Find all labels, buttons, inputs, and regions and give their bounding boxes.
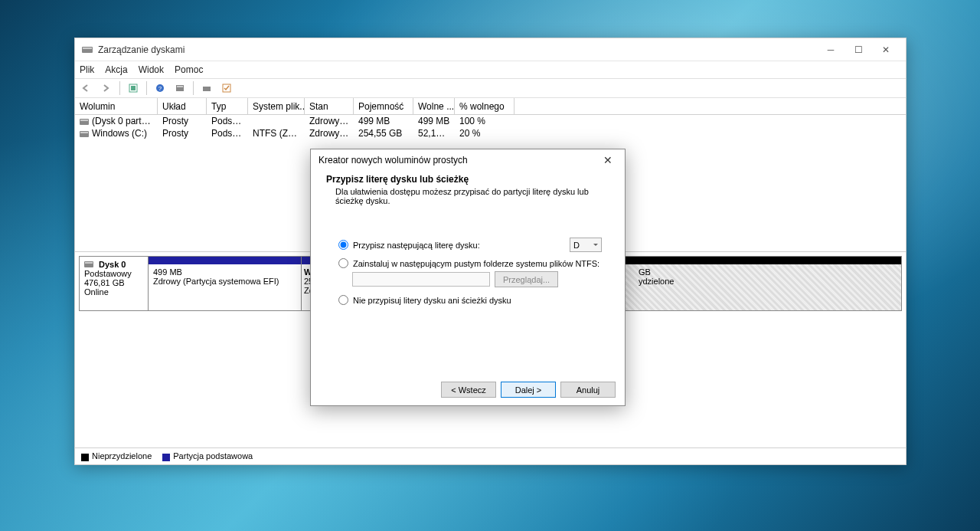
drive-letter-select[interactable]: D	[570, 238, 602, 252]
col-type[interactable]: Typ	[207, 98, 248, 114]
svg-rect-1	[83, 48, 92, 49]
label-no-letter: Nie przypisuj litery dysku ani ścieżki d…	[353, 296, 602, 305]
col-capacity[interactable]: Pojemność	[354, 98, 413, 114]
menubar: Plik Akcja Widok Pomoc	[75, 61, 906, 78]
wizard-dialog: Kreator nowych woluminów prostych ✕ Przy…	[310, 149, 626, 406]
help-icon[interactable]: ?	[152, 80, 168, 96]
disk-icon	[80, 119, 89, 125]
label-assign-letter: Przypisz następującą literę dysku:	[353, 241, 565, 250]
volume-row[interactable]: Windows (C:) Prosty Podstaw... NTFS (Zas…	[75, 127, 906, 139]
toolbar-icon[interactable]	[198, 80, 215, 96]
menu-help[interactable]: Pomoc	[175, 64, 203, 75]
label-mount-folder: Zainstaluj w następującym pustym folderz…	[353, 259, 602, 268]
disk-label[interactable]: Dysk 0 Podstawowy 476,81 GB Online	[80, 257, 149, 310]
radio-mount-folder[interactable]	[338, 258, 348, 268]
minimize-button[interactable]: ─	[817, 41, 844, 59]
svg-rect-7	[177, 86, 183, 87]
browse-button: Przeglądaj...	[495, 271, 558, 287]
toolbar-icon[interactable]	[125, 80, 142, 96]
toolbar: ?	[75, 78, 906, 98]
svg-text:?: ?	[158, 85, 162, 92]
dialog-subheading: Dla ułatwienia dostępu możesz przypisać …	[326, 187, 609, 205]
toolbar-icon[interactable]	[218, 80, 235, 96]
app-icon	[81, 44, 93, 56]
close-button[interactable]: ✕	[872, 41, 900, 59]
col-pctfree[interactable]: % wolnego	[455, 98, 514, 114]
dialog-heading: Przypisz literę dysku lub ścieżkę	[326, 174, 609, 185]
col-free[interactable]: Wolne ...	[413, 98, 455, 114]
radio-assign-letter[interactable]	[338, 240, 348, 250]
svg-rect-3	[131, 86, 136, 90]
toolbar-icon[interactable]	[172, 80, 188, 96]
back-button[interactable]: < Wstecz	[441, 382, 496, 398]
close-icon[interactable]: ✕	[599, 154, 617, 166]
disk-icon	[80, 131, 89, 137]
volume-row[interactable]: (Dysk 0 partycja 1) Prosty Podstaw... Zd…	[75, 115, 906, 127]
maximize-button[interactable]: ☐	[844, 41, 872, 59]
cancel-button[interactable]: Anuluj	[560, 382, 616, 398]
window-title: Zarządzanie dyskami	[98, 44, 817, 55]
col-layout[interactable]: Układ	[158, 98, 207, 114]
legend: Nieprzydzielone Partycja podstawowa	[75, 447, 906, 464]
dialog-title: Kreator nowych woluminów prostych	[318, 155, 599, 166]
menu-action[interactable]: Akcja	[105, 64, 127, 75]
menu-file[interactable]: Plik	[80, 64, 94, 75]
radio-no-letter[interactable]	[338, 295, 348, 305]
back-button[interactable]	[78, 80, 95, 96]
next-button[interactable]: Dalej >	[501, 382, 556, 398]
forward-button[interactable]	[98, 80, 115, 96]
col-volume[interactable]: Wolumin	[75, 98, 158, 114]
col-filesystem[interactable]: System plik...	[248, 98, 305, 114]
partition[interactable]: 499 MB Zdrowy (Partycja systemowa EFI)	[149, 257, 302, 310]
svg-rect-8	[203, 87, 211, 91]
mount-path-input	[352, 272, 490, 287]
col-status[interactable]: Stan	[305, 98, 354, 114]
menu-view[interactable]: Widok	[139, 64, 164, 75]
disk-icon	[84, 261, 93, 267]
titlebar: Zarządzanie dyskami ─ ☐ ✕	[75, 38, 906, 61]
